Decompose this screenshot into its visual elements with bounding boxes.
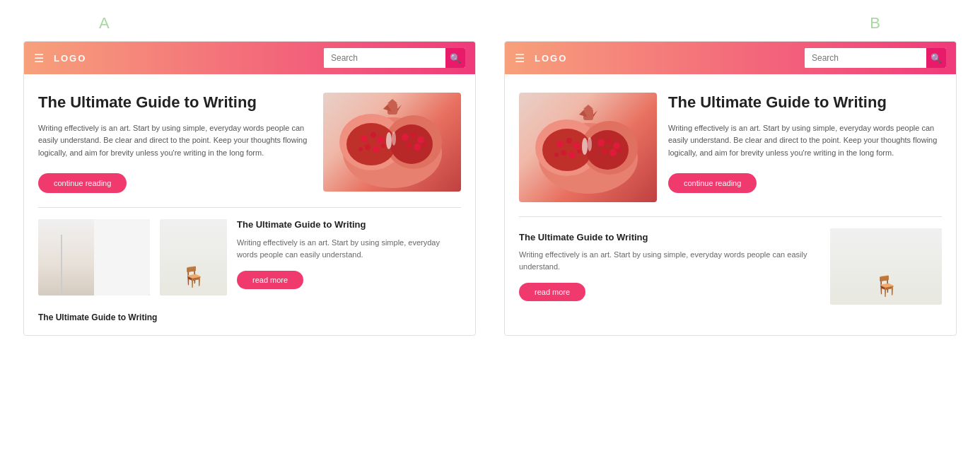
variant-b: ☰ LOGO 🔍: [504, 41, 957, 336]
card-title-b: The Ultimate Guide to Writing: [519, 232, 820, 244]
svg-point-16: [414, 144, 421, 151]
svg-point-11: [381, 144, 385, 148]
featured-text-a: The Ultimate Guide to Writing Writing ef…: [38, 93, 312, 193]
svg-point-5: [361, 135, 368, 142]
card-content-b: The Ultimate Guide to Writing Writing ef…: [519, 232, 820, 302]
card-content-a: The Ultimate Guide to Writing Writing ef…: [237, 219, 461, 289]
featured-body-a: Writing effectively is an art. Start by …: [38, 122, 312, 160]
card-image-small-a: [160, 219, 227, 296]
svg-point-6: [371, 132, 376, 138]
svg-marker-22: [397, 105, 402, 112]
svg-point-19: [392, 131, 396, 146]
logo-b: LOGO: [535, 53, 567, 64]
svg-marker-47: [583, 105, 593, 109]
search-input-b[interactable]: [805, 48, 926, 68]
card-row-b: The Ultimate Guide to Writing Writing ef…: [505, 217, 956, 316]
svg-point-31: [573, 142, 580, 149]
svg-point-33: [568, 151, 576, 158]
svg-point-36: [597, 139, 605, 146]
svg-point-43: [588, 137, 592, 151]
desk-illustration-b: [830, 228, 942, 305]
site-header-a: ☰ LOGO 🔍: [24, 42, 475, 74]
featured-section-b: The Ultimate Guide to Writing Writing ef…: [505, 74, 956, 216]
svg-point-18: [386, 132, 392, 149]
hamburger-icon-a[interactable]: ☰: [34, 52, 44, 65]
featured-text-b: The Ultimate Guide to Writing Writing ef…: [668, 93, 942, 193]
svg-point-9: [373, 146, 380, 153]
search-icon-a[interactable]: 🔍: [445, 48, 465, 68]
card-caption-area-a: The Ultimate Guide to Writing: [24, 312, 475, 335]
featured-section-a: The Ultimate Guide to Writing Writing ef…: [24, 74, 475, 207]
search-icon-b[interactable]: 🔍: [926, 48, 946, 68]
svg-point-17: [422, 142, 426, 146]
svg-point-12: [402, 134, 409, 141]
svg-point-30: [566, 138, 572, 144]
card-row-a: The Ultimate Guide to Writing Writing ef…: [24, 208, 475, 307]
svg-point-37: [607, 138, 612, 144]
card-image-right-b: [830, 228, 942, 305]
svg-point-29: [556, 141, 564, 148]
read-more-btn-a[interactable]: read more: [237, 271, 303, 289]
room-illustration-a: [38, 219, 150, 296]
svg-point-35: [577, 149, 581, 153]
section-b-label: B: [870, 14, 881, 33]
logo-a: LOGO: [54, 53, 86, 64]
svg-point-13: [411, 132, 416, 138]
read-more-btn-b[interactable]: read more: [519, 283, 585, 301]
svg-point-15: [406, 143, 412, 148]
svg-point-34: [554, 153, 559, 157]
card-image-large-a: [38, 219, 150, 296]
continue-btn-b[interactable]: continue reading: [668, 173, 757, 193]
search-wrapper-b: 🔍: [805, 48, 946, 68]
card-title-a: The Ultimate Guide to Writing: [237, 219, 461, 231]
section-a-label: A: [99, 14, 110, 33]
svg-point-41: [618, 148, 622, 152]
featured-body-b: Writing effectively is an art. Start by …: [668, 122, 942, 160]
svg-marker-46: [593, 110, 597, 117]
featured-title-b: The Ultimate Guide to Writing: [668, 93, 942, 112]
featured-title-a: The Ultimate Guide to Writing: [38, 93, 312, 112]
variant-a: ☰ LOGO 🔍 The Ultimate Guide to Writing W…: [23, 41, 476, 336]
featured-image-b: [519, 93, 657, 202]
svg-point-39: [602, 148, 607, 154]
search-wrapper-a: 🔍: [324, 48, 465, 68]
svg-point-10: [358, 147, 363, 151]
card-body-a: Writing effectively is an art. Start by …: [237, 237, 461, 261]
search-input-a[interactable]: [324, 48, 445, 68]
svg-point-7: [377, 136, 384, 144]
featured-image-a: [323, 93, 461, 192]
svg-point-8: [365, 144, 371, 150]
hamburger-icon-b[interactable]: ☰: [515, 52, 525, 65]
svg-point-42: [582, 138, 588, 155]
card-body-b: Writing effectively is an art. Start by …: [519, 249, 820, 273]
svg-point-32: [561, 150, 566, 156]
continue-btn-a[interactable]: continue reading: [38, 173, 127, 193]
variants-row: ☰ LOGO 🔍 The Ultimate Guide to Writing W…: [21, 41, 959, 336]
site-header-b: ☰ LOGO 🔍: [505, 42, 956, 74]
svg-point-40: [609, 149, 617, 156]
section-labels: A B: [21, 14, 959, 41]
page-wrapper: A B ☰ LOGO 🔍 The Ultimate Guide to Writi…: [0, 0, 980, 350]
desk-illustration-a: [160, 219, 227, 296]
card-caption-a: The Ultimate Guide to Writing: [38, 312, 461, 324]
svg-marker-23: [387, 99, 397, 103]
